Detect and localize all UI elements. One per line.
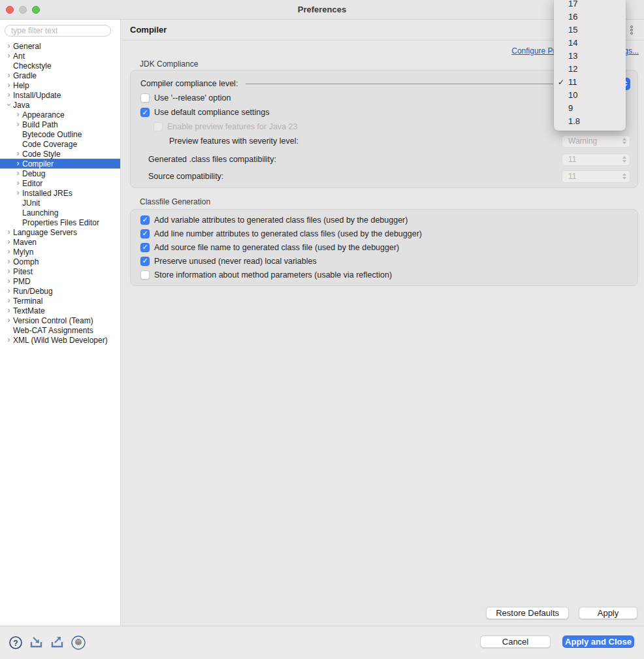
sidebar-item-appearance[interactable]: ›Appearance <box>0 110 120 120</box>
sidebar-item-build-path[interactable]: ›Build Path <box>0 120 120 129</box>
zoom-window-button[interactable] <box>32 6 40 14</box>
title-bar: Preferences <box>0 0 644 20</box>
checkbox-checked-icon[interactable]: ✓ <box>140 229 150 238</box>
menu-item-10[interactable]: 10 <box>554 89 626 102</box>
traffic-lights <box>6 0 40 20</box>
chevron-icon[interactable]: › <box>14 159 22 169</box>
sidebar-item-maven[interactable]: ›Maven <box>0 237 120 247</box>
preferences-window: Preferences ›General›AntCheckstyle›Gradl… <box>0 0 644 659</box>
chevron-icon[interactable]: › <box>4 101 14 109</box>
filter-input[interactable] <box>5 25 111 37</box>
checkbox-unchecked-icon[interactable] <box>140 270 150 280</box>
sidebar-item-run-debug[interactable]: ›Run/Debug <box>0 286 120 296</box>
sidebar-item-terminal[interactable]: ›Terminal <box>0 296 120 306</box>
menu-item-9[interactable]: 9 <box>554 102 626 115</box>
sidebar-item-debug[interactable]: ›Debug <box>0 169 120 178</box>
sidebar-item-junit[interactable]: JUnit <box>0 198 120 208</box>
sidebar-item-label: Launching <box>22 208 58 217</box>
menu-item-12[interactable]: 12 <box>554 63 626 76</box>
chevron-icon[interactable]: › <box>5 306 13 315</box>
sidebar-item-launching[interactable]: Launching <box>0 208 120 217</box>
export-icon[interactable] <box>50 635 65 651</box>
sidebar-item-label: Mylyn <box>13 248 33 257</box>
sidebar-item-bytecode-outline[interactable]: Bytecode Outline <box>0 129 120 139</box>
chevron-icon[interactable]: › <box>5 266 13 276</box>
sidebar-item-pmd[interactable]: ›PMD <box>0 276 120 286</box>
chevron-icon[interactable]: › <box>5 80 13 90</box>
sidebar-item-label: Run/Debug <box>13 287 53 296</box>
sidebar-item-textmate[interactable]: ›TextMate <box>0 306 120 315</box>
view-menu-icon[interactable] <box>626 24 637 36</box>
chevron-icon[interactable]: › <box>5 90 13 100</box>
menu-item-15[interactable]: 15 <box>554 24 626 37</box>
sidebar-item-label: Install/Update <box>13 91 61 100</box>
sidebar-item-label: Properties Files Editor <box>22 218 99 227</box>
sidebar-item-pitest[interactable]: ›Pitest <box>0 266 120 276</box>
sidebar-item-properties-files-editor[interactable]: Properties Files Editor <box>0 217 120 227</box>
sidebar-item-checkstyle[interactable]: Checkstyle <box>0 61 120 71</box>
menu-item-label: 12 <box>568 64 577 74</box>
help-icon[interactable]: ? <box>8 635 24 651</box>
sidebar-item-code-style[interactable]: ›Code Style <box>0 149 120 159</box>
chevron-icon[interactable]: › <box>5 51 13 61</box>
combo-stepper-icon <box>622 173 626 180</box>
checkbox-checked-icon[interactable]: ✓ <box>140 108 150 117</box>
sidebar-item-compiler[interactable]: ›Compiler <box>0 159 120 169</box>
import-icon[interactable] <box>29 635 44 651</box>
cancel-button[interactable]: Cancel <box>480 635 551 648</box>
chevron-icon[interactable]: › <box>14 110 22 120</box>
chevron-icon[interactable]: › <box>5 257 13 266</box>
sidebar-item-xml-wild-web-developer-[interactable]: ›XML (Wild Web Developer) <box>0 335 120 345</box>
chevron-icon[interactable]: › <box>5 71 13 80</box>
checkbox-unchecked-icon[interactable] <box>140 93 150 103</box>
sidebar-item-mylyn[interactable]: ›Mylyn <box>0 247 120 257</box>
combo-stepper-icon <box>622 156 626 163</box>
sidebar-item-gradle[interactable]: ›Gradle <box>0 71 120 80</box>
menu-item-13[interactable]: 13 <box>554 50 626 63</box>
apply-and-close-button[interactable]: Apply and Close <box>562 635 634 648</box>
chevron-icon[interactable]: › <box>5 335 13 345</box>
menu-item-11[interactable]: ✓11 <box>554 76 626 89</box>
menu-item-1-8[interactable]: 1.8 <box>554 115 626 128</box>
sidebar-item-code-coverage[interactable]: Code Coverage <box>0 139 120 149</box>
chevron-icon[interactable]: › <box>5 315 13 325</box>
sidebar-item-label: Version Control (Team) <box>13 316 93 325</box>
checkbox-checked-icon[interactable]: ✓ <box>140 257 150 266</box>
sidebar-item-label: Code Style <box>22 150 61 159</box>
chevron-icon[interactable]: › <box>5 276 13 286</box>
menu-item-17[interactable]: 17 <box>554 0 626 10</box>
restore-defaults-button[interactable]: Restore Defaults <box>486 607 569 619</box>
sidebar-item-web-cat-assignments[interactable]: Web-CAT Assignments <box>0 325 120 335</box>
sidebar-item-ant[interactable]: ›Ant <box>0 51 120 61</box>
sidebar-item-oomph[interactable]: ›Oomph <box>0 257 120 266</box>
chevron-icon[interactable]: › <box>5 237 13 247</box>
chevron-icon[interactable]: › <box>14 120 22 129</box>
sidebar-item-editor[interactable]: ›Editor <box>0 178 120 188</box>
sidebar-item-java[interactable]: ›Java <box>0 100 120 110</box>
chevron-icon[interactable]: › <box>5 286 13 296</box>
checkbox-checked-icon[interactable]: ✓ <box>140 243 150 252</box>
chevron-icon[interactable]: › <box>5 227 13 237</box>
sidebar-item-language-servers[interactable]: ›Language Servers <box>0 227 120 237</box>
record-preferences-icon[interactable] <box>71 635 86 651</box>
sidebar-item-install-update[interactable]: ›Install/Update <box>0 90 120 100</box>
menu-item-14[interactable]: 14 <box>554 37 626 50</box>
chevron-icon[interactable]: › <box>14 169 22 178</box>
checkbox-checked-icon[interactable]: ✓ <box>140 216 150 225</box>
sidebar-item-installed-jres[interactable]: ›Installed JREs <box>0 188 120 198</box>
sidebar-item-version-control-team-[interactable]: ›Version Control (Team) <box>0 315 120 325</box>
apply-button[interactable]: Apply <box>579 607 637 619</box>
chevron-icon[interactable]: › <box>5 41 13 51</box>
sidebar-item-help[interactable]: ›Help <box>0 80 120 90</box>
chevron-icon[interactable]: › <box>5 247 13 257</box>
sidebar-item-general[interactable]: ›General <box>0 41 120 51</box>
chevron-icon[interactable]: › <box>5 296 13 306</box>
menu-item-16[interactable]: 16 <box>554 10 626 24</box>
minimize-window-button <box>19 6 27 14</box>
sidebar-item-label: Appearance <box>22 110 65 120</box>
chevron-icon[interactable]: › <box>14 188 22 198</box>
close-window-button[interactable] <box>6 6 14 14</box>
chevron-icon[interactable]: › <box>14 149 22 159</box>
sidebar-item-label: TextMate <box>13 306 45 315</box>
chevron-icon[interactable]: › <box>14 178 22 188</box>
